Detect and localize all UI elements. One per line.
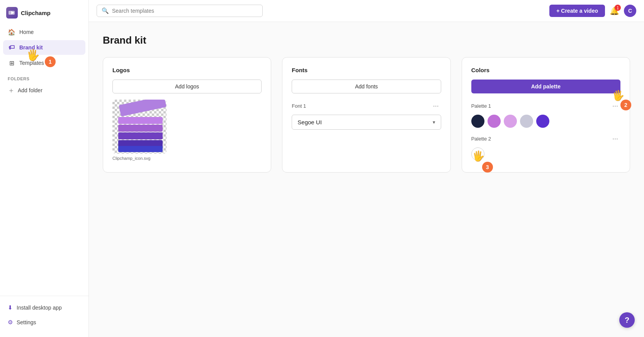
settings-label: Settings (17, 319, 36, 325)
font-1-label: Font 1 (292, 103, 306, 109)
settings-button[interactable]: ⚙ Settings (3, 315, 85, 329)
annotation-3: 3 (482, 162, 493, 173)
create-video-button[interactable]: + Create a video (549, 5, 605, 17)
add-logos-button[interactable]: Add logos (112, 80, 262, 93)
topbar: 🔍 + Create a video 🔔 1 C (89, 0, 644, 22)
brand-kit-icon: 🏷 (8, 44, 15, 51)
font-1-row: Font 1 ··· (292, 101, 441, 111)
content-area: Brand kit Logos Add logos (89, 22, 644, 337)
install-icon: ⬇ (8, 304, 13, 311)
cards-row: Logos Add logos (103, 57, 630, 173)
logo-filename: Clipchamp_icon.svg (112, 156, 262, 161)
logos-card: Logos Add logos (103, 57, 271, 173)
app-name: Clipchamp (21, 10, 51, 16)
settings-icon: ⚙ (8, 319, 13, 326)
palette-2-menu-button[interactable]: ··· (610, 134, 620, 144)
sidebar: Clipchamp 🏠 Home 🏷 Brand kit 🖐 1 ⊞ Templ… (0, 0, 89, 337)
install-label: Install desktop app (17, 305, 62, 311)
add-palette-label: Add palette (531, 83, 561, 90)
templates-icon: ⊞ (8, 59, 15, 67)
svg-rect-3 (118, 117, 163, 124)
avatar-letter: C (628, 8, 632, 14)
avatar[interactable]: C (624, 5, 636, 17)
font-1-section: Font 1 ··· Segoe UI ▾ (292, 101, 441, 130)
palette-2-swatches (471, 147, 620, 161)
home-icon: 🏠 (8, 28, 15, 36)
colors-card-title: Colors (471, 67, 620, 73)
svg-rect-5 (118, 132, 163, 139)
colors-card: Colors Add palette 🖐 2 Palette 1 ··· (462, 57, 630, 173)
palette-1-menu-button[interactable]: ··· (610, 101, 620, 111)
help-label: ? (625, 316, 629, 325)
add-folder-button[interactable]: ＋ Add folder (0, 83, 88, 98)
install-app-button[interactable]: ⬇ Install desktop app (3, 301, 85, 315)
notification-badge: 1 (615, 5, 621, 11)
search-input[interactable] (112, 8, 258, 14)
swatch-light-purple[interactable] (504, 115, 517, 128)
topbar-right: + Create a video 🔔 1 C (549, 5, 636, 17)
palette-2-section: Palette 2 ··· 🖐 3 (471, 134, 620, 161)
folders-label: FOLDERS (0, 70, 88, 83)
search-box[interactable]: 🔍 (97, 5, 263, 17)
svg-rect-4 (118, 125, 163, 132)
palette-2-label: Palette 2 (471, 136, 491, 142)
fonts-card-title: Fonts (292, 67, 441, 73)
notifications-button[interactable]: 🔔 1 (610, 6, 619, 15)
sidebar-item-home[interactable]: 🏠 Home (3, 25, 85, 39)
add-logos-label: Add logos (175, 83, 199, 90)
font-1-value: Segoe UI (297, 119, 322, 125)
sidebar-item-templates-label: Templates (19, 60, 44, 66)
logo-image (112, 100, 167, 154)
swatch-empty[interactable] (471, 147, 484, 161)
sidebar-nav: 🏠 Home 🏷 Brand kit 🖐 1 ⊞ Templates (0, 25, 88, 70)
swatch-blue-purple[interactable] (536, 115, 549, 128)
svg-rect-2 (119, 100, 167, 117)
swatch-dark[interactable] (471, 115, 484, 128)
annotation-2: 2 (620, 100, 631, 110)
font-select-arrow-icon: ▾ (433, 119, 435, 125)
svg-rect-7 (118, 146, 163, 152)
sidebar-item-brand-kit-label: Brand kit (19, 44, 43, 51)
palette-1-row: Palette 1 ··· (471, 101, 620, 111)
palette-1-swatches (471, 115, 620, 128)
add-palette-button[interactable]: Add palette 🖐 2 (471, 80, 620, 93)
add-fonts-button[interactable]: Add fonts (292, 80, 441, 93)
palette-1-label: Palette 1 (471, 103, 491, 109)
page-title: Brand kit (103, 34, 630, 46)
font-1-menu-button[interactable]: ··· (431, 101, 441, 111)
main-area: 🔍 + Create a video 🔔 1 C Brand kit (89, 0, 644, 337)
add-folder-icon: ＋ (8, 86, 15, 95)
fonts-card: Fonts Add fonts Font 1 ··· Segoe UI ▾ (282, 57, 450, 173)
logos-card-title: Logos (112, 67, 262, 73)
swatch-purple[interactable] (488, 115, 501, 128)
search-icon: 🔍 (102, 7, 109, 14)
logo-preview (112, 100, 167, 154)
palette-2-row: Palette 2 ··· (471, 134, 620, 144)
sidebar-item-templates[interactable]: ⊞ Templates (3, 56, 85, 70)
sidebar-item-brand-kit[interactable]: 🏷 Brand kit 🖐 1 (3, 40, 85, 55)
create-video-label: + Create a video (556, 8, 598, 14)
logo-icon (6, 7, 18, 19)
swatch-lavender[interactable] (520, 115, 533, 128)
font-1-select[interactable]: Segoe UI ▾ (292, 115, 441, 130)
sidebar-bottom: ⬇ Install desktop app ⚙ Settings (0, 296, 88, 334)
add-folder-label: Add folder (18, 87, 42, 93)
sidebar-item-home-label: Home (19, 29, 34, 35)
add-fonts-label: Add fonts (355, 83, 378, 90)
help-button[interactable]: ? (619, 312, 635, 328)
palette-1-section: Palette 1 ··· (471, 101, 620, 128)
app-logo: Clipchamp (0, 3, 88, 25)
